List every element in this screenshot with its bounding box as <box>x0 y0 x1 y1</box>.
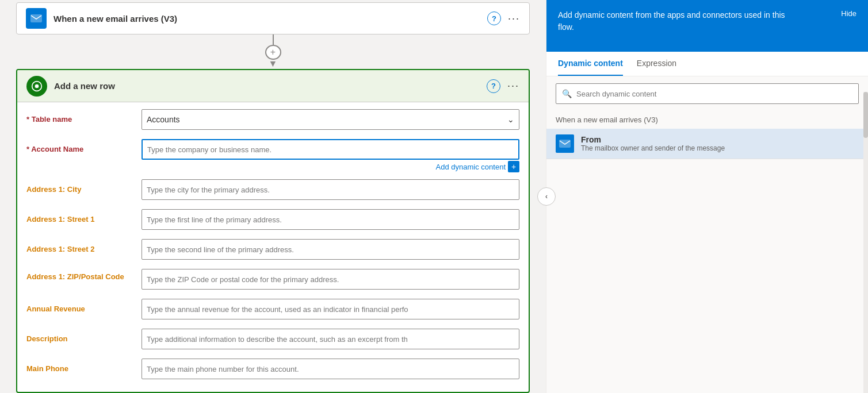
address-zip-input[interactable] <box>142 269 519 290</box>
address-street1-control <box>142 209 519 230</box>
table-name-select[interactable]: Accounts ⌄ <box>142 109 519 130</box>
label-address-street2: Address 1: Street 2 <box>26 239 142 253</box>
address-city-control <box>142 179 519 200</box>
label-description: Description <box>26 329 142 343</box>
address-street2-input[interactable] <box>142 239 519 260</box>
panel-content: When a new email arrives (V3) From The m… <box>546 111 868 393</box>
panel-hide-button[interactable]: Hide <box>841 9 856 18</box>
panel-tabs: Dynamic content Expression <box>546 52 868 76</box>
label-address-zip: Address 1: ZIP/Postal Code <box>26 269 142 281</box>
label-account-name: * Account Name <box>26 139 142 153</box>
from-item-title: From <box>581 135 725 144</box>
panel-header: Add dynamic content from the apps and co… <box>546 0 868 52</box>
action-icon <box>26 76 47 97</box>
step-connector: + ▼ <box>265 34 281 69</box>
form-row-address-street2: Address 1: Street 2 <box>26 239 519 264</box>
form-row-address-city: Address 1: City <box>26 179 519 205</box>
action-card-header: Add a new row ? ··· <box>17 70 529 102</box>
annual-revenue-input[interactable] <box>142 299 519 319</box>
from-item-subtitle: The mailbox owner and sender of the mess… <box>581 144 725 152</box>
scrollbar-thumb <box>863 92 868 138</box>
chevron-down-icon: ⌄ <box>507 115 514 124</box>
dynamic-content-item-from[interactable]: From The mailbox owner and sender of the… <box>546 129 868 159</box>
search-box: 🔍 <box>556 83 859 104</box>
address-city-input[interactable] <box>142 179 519 200</box>
table-name-control: Accounts ⌄ <box>142 109 519 130</box>
table-name-value: Accounts <box>147 115 180 124</box>
dynamic-content-panel: ‹ Add dynamic content from the apps and … <box>546 0 868 393</box>
action-card: Add a new row ? ··· * Table name Account… <box>16 69 530 393</box>
connector-arrow: ▼ <box>269 59 278 69</box>
address-street2-control <box>142 239 519 260</box>
label-annual-revenue: Annual Revenue <box>26 299 142 313</box>
form-row-description: Description <box>26 329 519 354</box>
search-dynamic-content-input[interactable] <box>576 90 852 98</box>
trigger-card: When a new email arrives (V3) ? ··· <box>16 2 530 34</box>
label-main-phone: Main Phone <box>26 359 142 373</box>
form-row-table-name: * Table name Accounts ⌄ <box>26 109 519 134</box>
trigger-title: When a new email arrives (V3) <box>53 14 487 24</box>
label-table-name: * Table name <box>26 109 142 124</box>
search-icon: 🔍 <box>562 89 572 98</box>
trigger-more-button[interactable]: ··· <box>508 13 520 25</box>
action-actions: ? ··· <box>487 79 519 93</box>
account-name-input[interactable] <box>142 139 519 160</box>
form-row-annual-revenue: Annual Revenue <box>26 299 519 324</box>
annual-revenue-control <box>142 299 519 319</box>
add-dynamic-content-row: Add dynamic content + <box>142 161 519 172</box>
from-item-text: From The mailbox owner and sender of the… <box>581 135 725 152</box>
panel-search-area: 🔍 <box>546 76 868 111</box>
address-zip-control <box>142 269 519 290</box>
form-row-address-street1: Address 1: Street 1 <box>26 209 519 234</box>
form-row-address-zip: Address 1: ZIP/Postal Code <box>26 269 519 294</box>
label-address-city: Address 1: City <box>26 179 142 194</box>
panel-scrollbar[interactable] <box>863 92 868 393</box>
action-more-button[interactable]: ··· <box>507 80 519 92</box>
form-row-main-phone: Main Phone <box>26 359 519 384</box>
add-dynamic-content-button[interactable]: + <box>508 161 519 172</box>
trigger-actions: ? ··· <box>487 11 520 25</box>
trigger-icon <box>26 8 47 29</box>
svg-rect-2 <box>559 140 571 148</box>
action-title: Add a new row <box>54 81 487 91</box>
add-step-button[interactable]: + <box>265 45 281 60</box>
label-address-street1: Address 1: Street 1 <box>26 209 142 224</box>
tab-expression[interactable]: Expression <box>637 52 676 76</box>
outlook-icon <box>556 134 574 153</box>
main-phone-control <box>142 359 519 379</box>
tab-dynamic-content[interactable]: Dynamic content <box>558 52 623 76</box>
main-phone-input[interactable] <box>142 359 519 379</box>
svg-rect-0 <box>30 14 42 22</box>
account-name-control: Add dynamic content + <box>142 139 519 175</box>
panel-section-label: When a new email arrives (V3) <box>546 111 868 129</box>
action-help-button[interactable]: ? <box>487 79 500 93</box>
panel-header-text: Add dynamic content from the apps and co… <box>558 9 800 33</box>
connector-line-top <box>273 34 274 45</box>
form-row-account-name: * Account Name Add dynamic content + <box>26 139 519 175</box>
address-street1-input[interactable] <box>142 209 519 230</box>
trigger-help-button[interactable]: ? <box>487 11 501 25</box>
collapse-panel-button[interactable]: ‹ <box>537 187 556 206</box>
action-card-body: * Table name Accounts ⌄ * Account Name A… <box>17 102 529 393</box>
add-dynamic-content-link[interactable]: Add dynamic content <box>436 163 506 171</box>
description-input[interactable] <box>142 329 519 349</box>
description-control <box>142 329 519 349</box>
